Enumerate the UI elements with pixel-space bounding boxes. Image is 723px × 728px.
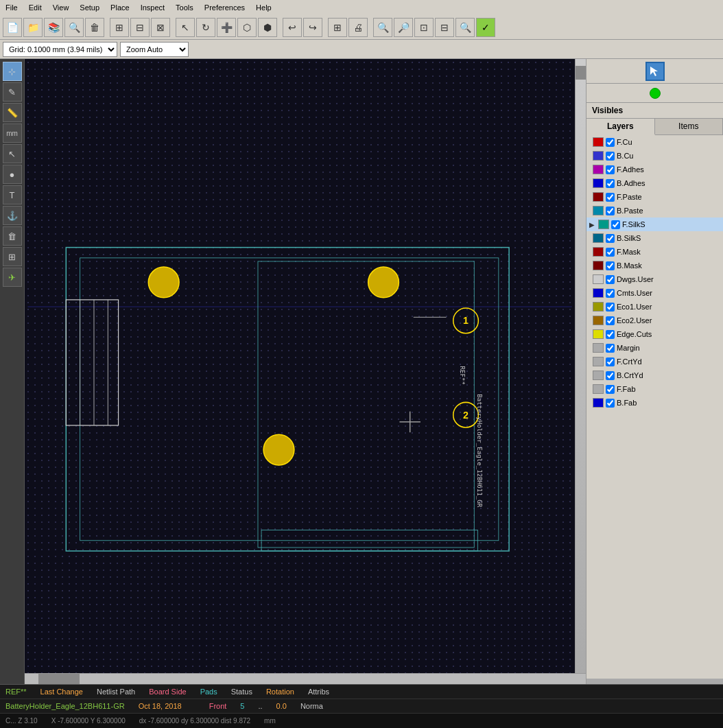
grid-button[interactable]: ⊞: [110, 18, 129, 37]
layer-row-f-adhes[interactable]: F.Adhes: [586, 163, 723, 176]
grid3-button[interactable]: ⊠: [151, 18, 170, 37]
layer-row-b-fab[interactable]: B.Fab: [586, 396, 723, 410]
layer-row-edge-cuts[interactable]: Edge.Cuts: [586, 327, 723, 341]
layer-row-f-silks[interactable]: ▶F.SilkS: [586, 218, 723, 231]
vertical-scrollbar[interactable]: [575, 59, 586, 673]
open-button[interactable]: 📁: [23, 18, 43, 37]
cursor-icon[interactable]: [645, 62, 665, 81]
layer-row-f-paste[interactable]: F.Paste: [586, 190, 723, 204]
menu-setup[interactable]: Setup: [74, 2, 105, 13]
route-button[interactable]: ⬡: [237, 18, 257, 37]
drc-button[interactable]: ✓: [476, 18, 495, 37]
status-rotation-val: 0.0: [276, 702, 287, 710]
layer-row-b-adhes[interactable]: B.Adhes: [586, 176, 723, 190]
layer-row-f-cu[interactable]: F.Cu: [586, 135, 723, 149]
library-button[interactable]: 📚: [44, 18, 63, 37]
menu-edit[interactable]: Edit: [23, 2, 47, 13]
horizontal-scrollbar[interactable]: [25, 673, 586, 684]
zoom-in-button[interactable]: 🔍: [373, 18, 392, 37]
anchor-tool[interactable]: ⚓: [3, 206, 22, 225]
menu-view[interactable]: View: [47, 2, 75, 13]
layer-check-5[interactable]: [606, 207, 615, 215]
layer-row-dwgs-user[interactable]: Dwgs.User: [586, 272, 723, 286]
layer-check-2[interactable]: [606, 165, 615, 174]
zoom-fit2-button[interactable]: ⊟: [435, 18, 454, 37]
ratsnest-button[interactable]: ⊞: [328, 18, 347, 37]
layer-row-eco1-user[interactable]: Eco1.User: [586, 300, 723, 314]
layer-check-15[interactable]: [606, 344, 615, 353]
pencil-tool[interactable]: ✎: [3, 82, 22, 102]
layer-check-17[interactable]: [606, 371, 615, 380]
menu-file[interactable]: File: [0, 2, 23, 13]
layer-check-13[interactable]: [606, 316, 615, 325]
layer-row-b-mask[interactable]: B.Mask: [586, 259, 723, 272]
delete-button[interactable]: 🗑: [85, 18, 104, 37]
layer-name-2: F.Adhes: [617, 165, 644, 174]
canvas-area[interactable]: 1 2 BatteryHolder_Eagle_12BH611_GR REF**: [25, 59, 575, 673]
zoom-custom-button[interactable]: 🔍: [455, 18, 475, 37]
grid-dot-tool[interactable]: ⊞: [3, 247, 22, 266]
layer-check-1[interactable]: [606, 152, 615, 161]
move-button[interactable]: ↖: [176, 18, 195, 37]
add-button[interactable]: ➕: [217, 18, 236, 37]
layer-check-12[interactable]: [606, 303, 615, 312]
layer-check-10[interactable]: [606, 275, 615, 284]
menu-inspect[interactable]: Inspect: [135, 2, 170, 13]
menu-help[interactable]: Help: [250, 2, 277, 13]
undo-button[interactable]: ↩: [283, 18, 302, 37]
layer-row-b-silks[interactable]: B.SilkS: [586, 231, 723, 245]
menu-place[interactable]: Place: [105, 2, 135, 13]
layer-row-f-mask[interactable]: F.Mask: [586, 245, 723, 259]
search-button[interactable]: 🔍: [64, 18, 84, 37]
grid-select[interactable]: Grid: 0.1000 mm (3.94 mils): [3, 42, 117, 57]
print-button[interactable]: 🖨: [348, 18, 368, 37]
rotate-button[interactable]: ↻: [196, 18, 215, 37]
zoom-out-button[interactable]: 🔎: [394, 18, 413, 37]
ruler-tool[interactable]: 📏: [3, 103, 22, 122]
select-tool[interactable]: ⊹: [3, 62, 22, 81]
layer-check-11[interactable]: [606, 289, 615, 298]
mm-tool[interactable]: mm: [3, 124, 22, 143]
layer-color-3: [593, 178, 604, 188]
layer-check-7[interactable]: [606, 234, 615, 243]
circle-tool[interactable]: ●: [3, 165, 22, 184]
tab-layers[interactable]: Layers: [586, 119, 655, 135]
new-button[interactable]: 📄: [3, 18, 22, 37]
layer-row-b-crtyd[interactable]: B.CrtYd: [586, 368, 723, 382]
layer-row-f-crtyd[interactable]: F.CrtYd: [586, 355, 723, 368]
layer-row-b-cu[interactable]: B.Cu: [586, 149, 723, 163]
layer-check-18[interactable]: [606, 385, 615, 394]
layer-check-9[interactable]: [606, 261, 615, 270]
tab-items[interactable]: Items: [655, 119, 724, 134]
menu-tools[interactable]: Tools: [170, 2, 199, 13]
text-tool[interactable]: T: [3, 185, 22, 204]
trash-tool[interactable]: 🗑: [3, 226, 22, 246]
route2-button[interactable]: ⬢: [258, 18, 277, 37]
drc-tool[interactable]: ✈: [3, 268, 22, 287]
pcb-canvas[interactable]: 1 2 BatteryHolder_Eagle_12BH611_GR REF**: [25, 59, 575, 673]
redo-button[interactable]: ↪: [303, 18, 322, 37]
layer-row-b-paste[interactable]: B.Paste: [586, 204, 723, 218]
layer-check-8[interactable]: [606, 248, 615, 257]
menu-preferences[interactable]: Preferences: [199, 2, 250, 13]
status-board-side-label: Board Side: [149, 688, 186, 696]
right-scrollbar-thumb[interactable]: [586, 679, 723, 684]
layer-row-f-fab[interactable]: F.Fab: [586, 382, 723, 396]
layer-check-3[interactable]: [606, 179, 615, 188]
layer-row-cmts-user[interactable]: Cmts.User: [586, 286, 723, 300]
status-bottom-row: BatteryHolder_Eagle_12BH611-GR Oct 18, 2…: [0, 698, 723, 713]
layer-check-14[interactable]: [606, 330, 615, 339]
layer-check-16[interactable]: [606, 357, 615, 366]
layer-check-6[interactable]: [611, 220, 620, 229]
grid2-button[interactable]: ⊟: [130, 18, 150, 37]
layer-row-margin[interactable]: Margin: [586, 341, 723, 355]
layer-check-19[interactable]: [606, 399, 615, 408]
zoom-fit-button[interactable]: ⊡: [414, 18, 434, 37]
cursor-tool[interactable]: ↖: [3, 144, 22, 163]
active-indicator: [650, 88, 661, 99]
layer-row-eco2-user[interactable]: Eco2.User: [586, 314, 723, 327]
svg-text:1: 1: [463, 315, 469, 326]
zoom-select[interactable]: Zoom Auto: [120, 42, 189, 57]
layer-check-0[interactable]: [606, 138, 615, 147]
layer-check-4[interactable]: [606, 193, 615, 202]
